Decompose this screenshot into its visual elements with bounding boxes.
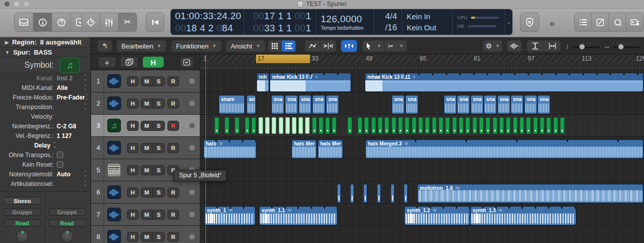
- midi-region-block[interactable]: [452, 117, 457, 134]
- midi-region-block[interactable]: [298, 117, 303, 134]
- hide-button[interactable]: H: [127, 210, 139, 220]
- track-header[interactable]: 8HMSR: [91, 226, 200, 243]
- region-mh[interactable]: mh: [256, 73, 269, 92]
- midi-region-block[interactable]: [279, 117, 283, 134]
- editors-button[interactable]: ✂: [118, 13, 137, 31]
- region-sna[interactable]: sna: [392, 95, 405, 114]
- region-sna[interactable]: sna: [470, 95, 484, 114]
- region-sna[interactable]: sna: [510, 95, 524, 114]
- pan-knob[interactable]: [61, 230, 74, 243]
- midi-region-block[interactable]: [425, 117, 430, 134]
- region-inspector-header[interactable]: ▶ Region: 8 ausgewählt: [0, 37, 91, 47]
- mute-button[interactable]: M: [141, 143, 153, 153]
- midi-region-block[interactable]: [292, 117, 296, 134]
- region-synth-1-1[interactable]: synth_1.1○○: [259, 206, 337, 225]
- region-synth-1-3[interactable]: synth_1.3○○: [470, 206, 576, 225]
- midi-region-block[interactable]: [553, 117, 558, 134]
- catch-playhead-button[interactable]: [341, 40, 357, 52]
- track-settings-menu[interactable]: ⚙▼: [483, 40, 503, 52]
- lcd-performance[interactable]: CPU HD: [453, 9, 505, 35]
- track-icon-button[interactable]: [107, 163, 121, 177]
- midi-region-block[interactable]: [348, 117, 352, 134]
- solo-button[interactable]: S: [153, 188, 164, 197]
- midi-region-block[interactable]: [412, 117, 416, 134]
- midi-region-block[interactable]: [459, 117, 463, 134]
- format-stereo-button[interactable]: Stereo: [4, 197, 41, 205]
- midi-region-block[interactable]: [312, 117, 317, 134]
- input-monitor-dot[interactable]: [189, 101, 195, 106]
- record-enable-button[interactable]: R: [167, 143, 179, 153]
- hide-button[interactable]: H: [127, 99, 139, 109]
- region-sna[interactable]: sna: [457, 95, 470, 114]
- lcd-bars[interactable]: 0017 1 1 001 0033 1 1 001: [244, 9, 316, 35]
- region-synth-1-2[interactable]: synth_1.2○○: [404, 206, 470, 225]
- region-sna[interactable]: sna: [326, 95, 339, 114]
- region-sna[interactable]: sna: [484, 95, 497, 114]
- functions-menu[interactable]: Funktionen▼: [171, 40, 222, 52]
- record-enable-button[interactable]: R: [167, 121, 179, 131]
- list-editors-button[interactable]: [575, 13, 592, 31]
- parameter-value[interactable]: Alle: [57, 84, 68, 91]
- mute-button[interactable]: M: [141, 166, 153, 175]
- region-mellotron-1-6[interactable]: mellotron_1.6○○: [417, 184, 643, 203]
- slider-thumb[interactable]: [618, 44, 624, 50]
- midi-region-block[interactable]: [546, 117, 551, 134]
- checkbox[interactable]: [57, 161, 63, 168]
- vertical-zoom-slider[interactable]: [572, 42, 599, 50]
- midi-region-block[interactable]: [285, 117, 290, 134]
- solo-button[interactable]: S: [153, 232, 164, 241]
- solo-button[interactable]: S: [153, 99, 164, 108]
- bar-ruler[interactable]: 1173349658197113129: [200, 55, 644, 70]
- automation-read-button[interactable]: Read: [4, 219, 41, 227]
- region-hats-merged-3[interactable]: hats Merged.3○○: [365, 139, 643, 159]
- input-monitor-dot[interactable]: [189, 234, 195, 239]
- midi-region-block[interactable]: [445, 117, 450, 134]
- loop-browser-button[interactable]: [609, 13, 626, 31]
- region-sna[interactable]: sna: [405, 95, 418, 114]
- mute-button[interactable]: M: [141, 210, 153, 219]
- track-icon-button[interactable]: [107, 141, 121, 155]
- track-icon-button[interactable]: [107, 230, 121, 243]
- command-click-tool-menu[interactable]: ✂▼: [385, 40, 407, 52]
- media-browser-button[interactable]: [626, 13, 643, 31]
- track-icon-button[interactable]: [107, 96, 121, 110]
- track-symbol-button[interactable]: ♫: [60, 58, 80, 73]
- region-synth-1[interactable]: synth_1○○: [204, 206, 255, 225]
- toolbar-overflow-button[interactable]: »: [549, 18, 554, 29]
- region-sna[interactable]: sna: [271, 95, 284, 114]
- grid-view-button[interactable]: [268, 40, 282, 52]
- lcd-mode-chevron[interactable]: ⌄: [505, 9, 512, 35]
- view-menu[interactable]: Ansicht▼: [226, 40, 266, 52]
- midi-region-block[interactable]: [325, 117, 330, 134]
- midi-region-block[interactable]: [384, 117, 389, 134]
- midi-region-block[interactable]: [214, 117, 219, 134]
- lcd-midi-io[interactable]: Kein In Kein Out: [402, 9, 453, 35]
- midi-region-block[interactable]: [378, 117, 382, 134]
- track-header[interactable]: 7HMSR: [91, 204, 200, 225]
- midi-region-block[interactable]: [225, 117, 229, 134]
- parameter-value[interactable]: Auto: [57, 171, 70, 178]
- region-sna[interactable]: sna: [537, 95, 550, 114]
- midi-region-block[interactable]: [305, 117, 310, 134]
- track-header[interactable]: 1HMSR: [91, 70, 200, 92]
- track-icon-button[interactable]: [107, 185, 121, 199]
- automation-read-button[interactable]: Read: [49, 219, 86, 227]
- midi-region-block[interactable]: [506, 117, 510, 134]
- region-mhak-kick-13-f-7[interactable]: mhak Kick 13 F.7○: [270, 73, 351, 92]
- lcd-time[interactable]: 01:00:33:24.20 0018 4 2 084: [170, 9, 244, 35]
- region-sna[interactable]: sna: [312, 95, 325, 114]
- midi-region-block[interactable]: [418, 117, 423, 134]
- midi-region-block[interactable]: [479, 117, 484, 134]
- master-bypass-button[interactable]: [520, 13, 539, 32]
- midi-region-block[interactable]: [493, 117, 497, 134]
- midi-region-block[interactable]: [251, 117, 256, 134]
- media-drawer-button[interactable]: [15, 13, 33, 31]
- window-close-button[interactable]: [5, 2, 10, 7]
- inspector-toggle-button[interactable]: [33, 13, 52, 31]
- region-sliver[interactable]: [377, 184, 381, 203]
- midi-region-block[interactable]: [513, 117, 518, 134]
- track-header[interactable]: 6HMSR: [91, 181, 200, 203]
- hide-button[interactable]: H: [127, 76, 139, 86]
- solo-button[interactable]: S: [153, 143, 164, 153]
- midi-region-block[interactable]: [432, 117, 437, 134]
